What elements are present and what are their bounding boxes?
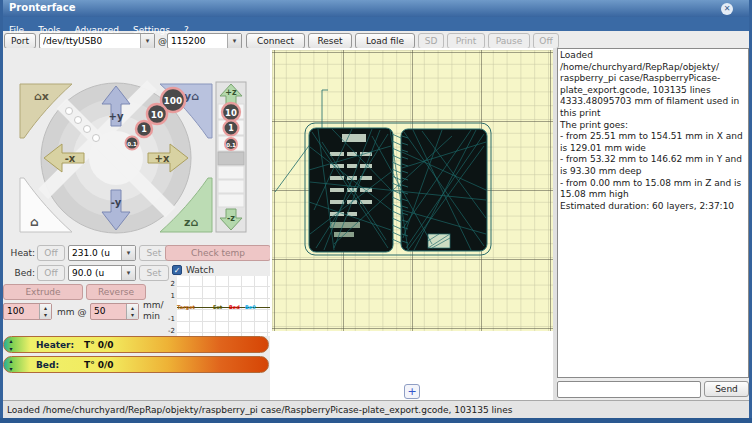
bed-temp-combo[interactable]: 90.0 (u ▾ [68,265,136,281]
chevron-down-icon[interactable]: ▾ [121,246,135,260]
z-jog-strip[interactable]: +z 10 1 0.1 -z [216,82,246,232]
connect-button[interactable]: Connect [246,33,305,49]
control-panel: ⌂x y⌂ ⌂ z⌂ +y -y -x +x [3,48,270,400]
bed-off-button: Off [37,265,65,281]
graph-ylabel: 1 [163,292,175,300]
home-x-label: ⌂x [34,90,49,103]
distance-0-1[interactable]: 0.1 [127,141,137,147]
graph-ylabel: -2 [163,327,175,335]
close-icon[interactable]: ✕ [721,3,733,15]
extrude-length-value: 100 [7,306,24,316]
distance-10[interactable]: 10 [151,110,164,120]
gcode-canvas[interactable] [272,50,553,331]
spinner-arrows-icon[interactable]: ▴▾ [39,304,51,319]
send-button[interactable]: Send [704,381,749,397]
sd-button: SD [418,33,444,49]
feed-unit-label-1: mm/ [143,300,164,310]
extrude-speed-value: 50 [94,306,105,316]
heat-temp-value: 231.0 (u [72,248,121,258]
z-distance-10[interactable]: 10 [225,108,237,118]
console-panel: Loaded /home/churchyard/RepRap/objekty/ … [557,48,749,400]
legend-ext: Ext [213,304,222,311]
bed-gauge-slider[interactable]: ▴▾ Bed: T° 0/0 [3,356,269,373]
jog-z-plus-label: +z [225,88,237,97]
heater-gauge-value: T° 0/0 [84,340,114,350]
home-y-label: y⌂ [184,90,199,103]
check-temp-button: Check temp [165,245,271,261]
jog-controls[interactable]: ⌂x y⌂ ⌂ z⌂ +y -y -x +x [12,80,250,238]
watch-label: Watch [186,265,214,275]
chevron-down-icon[interactable]: ▾ [121,266,135,280]
heater-gauge-slider[interactable]: ▴▾ Heater: T° 0/0 [3,336,269,353]
heat-off-button: Off [37,245,65,261]
home-z-label: z⌂ [184,216,198,229]
gcode-viewer: + [270,48,556,400]
pronterface-window: Pronterface ✕ File Tools Advanced Settin… [0,0,752,423]
bed-gauge-label: Bed: [36,360,59,370]
jog-y-minus-label: -y [111,197,122,208]
extrude-length-spinner[interactable]: 100 ▴▾ [3,303,52,320]
heat-label: Heat: [5,248,35,258]
window-border-left [0,0,3,423]
window-border-bottom [0,418,752,423]
bed-gauge-value: T° 0/0 [84,360,114,370]
log-output[interactable]: Loaded /home/churchyard/RepRap/objekty/ … [557,48,749,378]
graph-ylabel: -1 [163,315,175,323]
spinner-arrows-icon[interactable]: ▴▾ [126,304,138,319]
titlebar[interactable]: Pronterface ✕ [0,0,752,17]
off-button: Off [533,33,559,49]
baud-combo[interactable]: 115200 ▾ [167,33,242,49]
distance-1[interactable]: 1 [141,125,147,134]
reset-button[interactable]: Reset [308,33,352,49]
temperature-graph: 2 1 -1 -2 Target Ext Bed Be0 [163,276,271,336]
jog-z-minus-label: -z [227,214,235,223]
home-all-label: ⌂ [30,215,39,229]
port-button[interactable]: Port [4,33,36,49]
watch-checkbox[interactable]: ✓ [172,265,182,275]
reverse-button: Reverse [86,284,146,300]
at-label: @ [158,36,167,46]
window-title: Pronterface [9,2,76,13]
mm-at-label: mm @ [57,307,86,317]
legend-bed: Bed [229,304,240,311]
z-distance-0-1[interactable]: 0.1 [226,142,236,148]
gauge-stepper-icons[interactable]: ▴▾ [6,337,16,353]
gauge-stepper-icons[interactable]: ▴▾ [6,357,16,373]
zoom-in-button[interactable]: + [404,384,420,399]
load-file-button[interactable]: Load file [355,33,415,49]
status-text: Loaded /home/churchyard/RepRap/objekty/r… [7,405,512,415]
legend-target: Target [177,304,195,311]
port-combo[interactable]: /dev/ttyUSB0 ▾ [39,33,155,49]
port-value: /dev/ttyUSB0 [43,36,140,46]
menubar: File Tools Advanced Settings ? [0,17,752,31]
extrude-button: Extrude [3,284,83,300]
distance-100[interactable]: 100 [164,96,183,106]
jog-x-minus-label: -x [65,153,76,164]
jog-x-plus-label: +x [155,153,170,164]
graph-ylabel: 2 [163,280,175,288]
statusbar: Loaded /home/churchyard/RepRap/objekty/r… [3,400,749,418]
pause-button: Pause [488,33,530,49]
chevron-down-icon[interactable]: ▾ [227,34,241,48]
baud-value: 115200 [171,36,227,46]
print-button: Print [447,33,485,49]
bed-temp-value: 90.0 (u [72,268,121,278]
heat-temp-combo[interactable]: 231.0 (u ▾ [68,245,136,261]
jog-y-plus-label: +y [109,111,124,122]
legend-bed0: Be0 [245,304,256,311]
bed-label: Bed: [5,268,35,278]
feed-unit-label-2: min [143,311,160,321]
heater-gauge-label: Heater: [36,340,74,350]
z-distance-1[interactable]: 1 [228,124,234,133]
command-input[interactable] [557,381,701,398]
extrude-speed-spinner[interactable]: 50 ▴▾ [90,303,139,320]
chevron-down-icon[interactable]: ▾ [140,34,154,48]
